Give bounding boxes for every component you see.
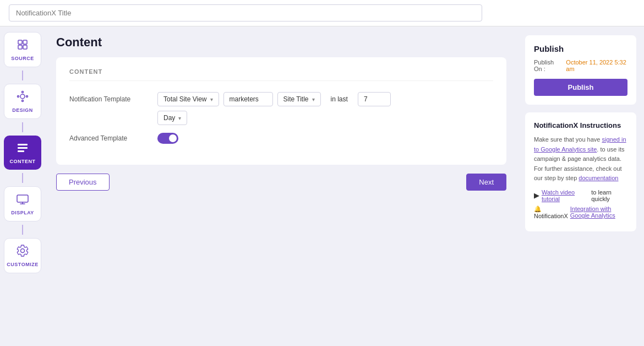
instructions-body: Make sure that you have signed in to Goo… [534, 135, 627, 183]
number-value: 7 [364, 95, 368, 103]
video-tutorial-row: ▶ Watch video tutorial to learn quickly [534, 189, 627, 202]
svg-point-8 [26, 96, 28, 98]
integration-link[interactable]: Integration with Google Analytics [570, 206, 627, 219]
content-icon [16, 141, 29, 156]
site-title-chevron: ▾ [312, 96, 315, 102]
svg-rect-11 [18, 150, 24, 152]
day-chevron: ▾ [178, 115, 181, 121]
in-last-label: in last [331, 95, 348, 103]
site-title-value: Site Title [283, 95, 309, 103]
publish-on-date: October 11, 2022 5:32 am [566, 59, 627, 72]
buttons-row: Previous Next [56, 174, 506, 191]
publish-button[interactable]: Publish [534, 79, 627, 96]
sidebar-item-source-label: SOURCE [11, 56, 34, 61]
sidebar-item-customize-label: CUSTOMIZE [7, 262, 38, 267]
documentation-link[interactable]: documentation [578, 175, 618, 181]
svg-rect-12 [17, 195, 28, 202]
content-area: Content CONTENT Notification Template To… [45, 26, 517, 346]
number-input[interactable]: 7 [358, 92, 391, 106]
connector-3 [22, 173, 23, 183]
instructions-card: NotificationX Instructions Make sure tha… [525, 112, 636, 231]
integration-row: 🔔 NotificationX Integration with Google … [534, 206, 627, 219]
svg-point-5 [22, 91, 24, 93]
connector-2 [22, 122, 23, 132]
sidebar-item-display-label: DISPLAY [11, 210, 34, 215]
notification-template-row: Notification Template Total Site View ▾ … [69, 92, 493, 106]
publish-on-row: Publish On : October 11, 2022 5:32 am [534, 59, 627, 72]
svg-rect-3 [23, 45, 27, 49]
svg-point-6 [22, 100, 24, 102]
svg-rect-9 [18, 144, 28, 145]
customize-icon [16, 244, 29, 260]
display-icon [16, 192, 29, 208]
integration-prefix: 🔔 NotificationX [534, 206, 568, 219]
sidebar-item-content-label: CONTENT [10, 159, 36, 164]
previous-button[interactable]: Previous [56, 174, 110, 191]
svg-point-4 [20, 94, 25, 99]
instructions-title: NotificationX Instructions [534, 121, 627, 129]
connector-1 [22, 71, 23, 80]
in-last-input: in last [325, 93, 353, 106]
notification-title-input[interactable] [9, 4, 482, 21]
video-suffix: to learn quickly [591, 189, 627, 202]
total-site-view-chevron: ▾ [210, 96, 213, 102]
advanced-template-row: Advanced Template [69, 133, 493, 144]
publish-on-label: Publish On : [534, 59, 563, 72]
marketers-input[interactable]: marketers [223, 92, 273, 106]
marketers-value: marketers [230, 95, 259, 103]
page-title: Content [56, 35, 506, 50]
main-layout: SOURCE DESIGN [0, 26, 644, 346]
sidebar-item-display[interactable]: DISPLAY [4, 186, 41, 221]
top-bar [0, 0, 644, 26]
day-value: Day [163, 114, 175, 122]
connector-4 [22, 225, 23, 235]
svg-rect-10 [18, 147, 28, 149]
notification-template-controls: Total Site View ▾ marketers Site Title ▾… [157, 92, 391, 106]
day-select[interactable]: Day ▾ [157, 111, 187, 125]
video-icon: ▶ [534, 191, 539, 199]
site-title-select[interactable]: Site Title ▾ [277, 92, 321, 106]
content-card: CONTENT Notification Template Total Site… [56, 57, 506, 165]
notification-template-label: Notification Template [69, 95, 157, 103]
svg-rect-0 [18, 40, 22, 44]
sidebar: SOURCE DESIGN [0, 26, 45, 346]
section-label: CONTENT [69, 68, 493, 81]
svg-rect-1 [23, 40, 27, 44]
advanced-template-label: Advanced Template [69, 134, 157, 142]
advanced-template-toggle[interactable] [157, 133, 178, 144]
publish-card: Publish Publish On : October 11, 2022 5:… [525, 35, 636, 105]
total-site-view-select[interactable]: Total Site View ▾ [157, 92, 219, 106]
design-icon [16, 90, 29, 105]
right-panel: Publish Publish On : October 11, 2022 5:… [517, 26, 644, 346]
sidebar-item-content[interactable]: CONTENT [4, 136, 41, 170]
sidebar-item-design[interactable]: DESIGN [4, 84, 41, 119]
sidebar-item-source[interactable]: SOURCE [4, 32, 41, 67]
svg-point-7 [18, 96, 19, 98]
next-button[interactable]: Next [466, 174, 506, 191]
publish-title: Publish [534, 44, 627, 53]
day-row: Day ▾ [157, 111, 493, 125]
source-icon [16, 38, 29, 53]
total-site-view-value: Total Site View [163, 95, 207, 103]
svg-rect-2 [18, 45, 22, 49]
sidebar-item-design-label: DESIGN [12, 107, 33, 113]
sidebar-item-customize[interactable]: CUSTOMIZE [4, 238, 41, 273]
watch-video-link[interactable]: Watch video tutorial [542, 189, 589, 202]
google-analytics-link[interactable]: signed in to Google Analytics site [534, 136, 626, 153]
